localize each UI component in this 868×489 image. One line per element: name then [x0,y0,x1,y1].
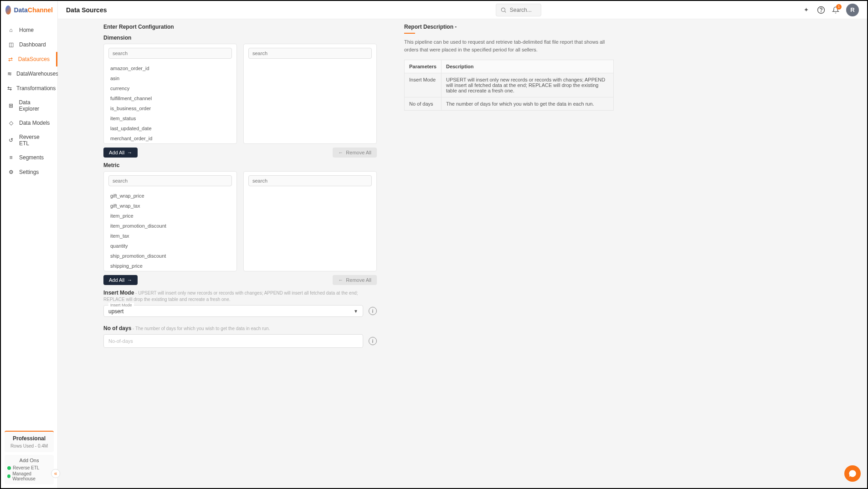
nav-label: Data Models [19,120,50,126]
desc-header: Description [441,60,613,73]
chat-fab[interactable] [844,465,861,482]
dimension-available-search[interactable] [113,51,228,56]
list-item[interactable]: currency [107,83,234,93]
global-search[interactable] [496,4,541,16]
svg-line-1 [504,11,506,12]
sidebar-item-reverse-etl[interactable]: ↺Reverse ETL [1,130,57,150]
metric-selected-list[interactable] [244,190,376,271]
arrow-left-icon: ← [338,277,343,283]
list-item[interactable]: gift_wrap_price [107,191,234,201]
nav-label: Settings [19,169,39,175]
nav-label: Home [19,27,34,33]
help-icon[interactable] [817,6,825,14]
metric-remove-all-button[interactable]: ← Remove All [333,275,377,285]
arrow-right-icon: → [127,277,132,283]
nav-icon: ↺ [7,137,15,144]
arrow-right-icon: → [127,150,132,155]
nav-icon: ≋ [7,70,12,77]
status-dot-icon [7,474,10,478]
avatar[interactable]: R [846,4,859,16]
nav-label: DataWarehouses [16,71,58,77]
sidebar-item-datawarehouses[interactable]: ≋DataWarehouses [1,66,57,81]
dimension-selected-box [243,44,377,144]
chevron-down-icon: ▼ [354,309,358,314]
metric-add-all-button[interactable]: Add All → [103,275,138,285]
dimension-available-list[interactable]: amazon_order_idasincurrencyfulfillment_c… [104,62,236,143]
svg-point-3 [821,11,822,12]
list-item[interactable]: item_tax [107,231,234,241]
metric-selected-search[interactable] [252,178,368,183]
dimension-remove-all-button[interactable]: ← Remove All [333,148,377,158]
list-item[interactable]: is_business_order [107,103,234,113]
sidebar-collapse-button[interactable]: « [51,469,60,478]
sidebar-footer: Professional Rows Used - 0.4M Add Ons Re… [1,427,57,488]
addons-card: Add Ons Reverse ETLManaged Warehouse [5,455,54,484]
no-of-days-info-icon[interactable]: i [369,337,377,345]
nav-label: Dashboard [19,41,46,48]
no-of-days-input[interactable]: No-of-days [103,334,363,348]
plan-card[interactable]: Professional Rows Used - 0.4M [5,431,54,452]
nav-label: Segments [19,154,44,161]
dimension-add-all-button[interactable]: Add All → [103,148,138,158]
param-header: Parameters [405,60,442,73]
plan-name: Professional [7,435,51,442]
dimension-available-box: amazon_order_idasincurrencyfulfillment_c… [103,44,237,144]
nav-label: DataSources [18,56,50,62]
list-item[interactable]: merchant_order_id [107,133,234,143]
sparkle-icon[interactable]: ✦ [802,6,811,14]
addon-row: Managed Warehouse [7,471,51,482]
metric-available-box: gift_wrap_pricegift_wrap_taxitem_priceit… [103,171,237,271]
nav-icon: ⌂ [7,26,15,34]
dimension-selected-list[interactable] [244,62,376,143]
metric-selected-box [243,171,377,271]
list-item[interactable]: item_status [107,113,234,123]
sidebar-item-datasources[interactable]: ⇄DataSources [1,52,57,66]
svg-point-0 [501,8,505,11]
config-title: Enter Report Configuration [103,24,377,30]
title-underline [404,33,415,34]
list-item[interactable]: item_promotion_discount [107,221,234,231]
sidebar-item-data-explorer[interactable]: ⊞Data Explorer [1,96,57,116]
brand-logo[interactable]: DataChannel [1,1,57,19]
dimension-selected-search[interactable] [252,51,368,56]
notification-badge: 1 [836,4,842,10]
list-item[interactable]: amazon_order_id [107,63,234,73]
insert-mode-info-icon[interactable]: i [369,307,377,315]
search-icon [500,6,507,14]
sidebar-item-transformations[interactable]: ⇆Transformations [1,81,57,96]
list-item[interactable]: shipping_price [107,261,234,271]
sidebar-item-segments[interactable]: ≡Segments [1,150,57,165]
table-row: Insert ModeUPSERT will insert only new r… [405,73,614,97]
sidebar-item-home[interactable]: ⌂Home [1,23,57,37]
nav-icon: ◇ [7,119,15,127]
notifications-icon[interactable]: 1 [832,6,840,14]
metric-available-list[interactable]: gift_wrap_pricegift_wrap_taxitem_priceit… [104,190,236,271]
list-item[interactable]: ship_promotion_discount [107,251,234,261]
brand-logo-icon [5,5,11,15]
list-item[interactable]: asin [107,73,234,83]
brand-name: DataChannel [14,6,53,14]
sidebar-item-settings[interactable]: ⚙Settings [1,165,57,179]
nav-icon: ⇆ [7,85,12,92]
nav-label: Data Explorer [19,99,51,112]
insert-mode-select[interactable]: Insert Mode upsert ▼ [103,305,363,317]
global-search-input[interactable] [510,7,537,13]
addons-title: Add Ons [7,458,51,463]
list-item[interactable]: quantity [107,241,234,251]
nav-icon: ≡ [7,154,15,161]
list-item[interactable]: last_updated_date [107,123,234,133]
nav-icon: ◫ [7,41,15,48]
list-item[interactable]: fulfillment_channel [107,93,234,103]
list-item[interactable]: item_price [107,211,234,221]
nav-menu: ⌂Home◫Dashboard⇄DataSources≋DataWarehous… [1,19,57,427]
insert-mode-label: Insert Mode - UPSERT will insert only ne… [103,290,377,302]
sidebar-item-dashboard[interactable]: ◫Dashboard [1,37,57,52]
parameters-table: Parameters Description Insert ModeUPSERT… [404,60,614,111]
sidebar-item-data-models[interactable]: ◇Data Models [1,116,57,130]
nav-label: Reverse ETL [19,134,51,147]
list-item[interactable]: gift_wrap_tax [107,201,234,211]
arrow-left-icon: ← [338,150,343,155]
table-row: No of daysThe number of days for which y… [405,97,614,111]
status-dot-icon [7,466,11,470]
metric-available-search[interactable] [113,178,228,183]
